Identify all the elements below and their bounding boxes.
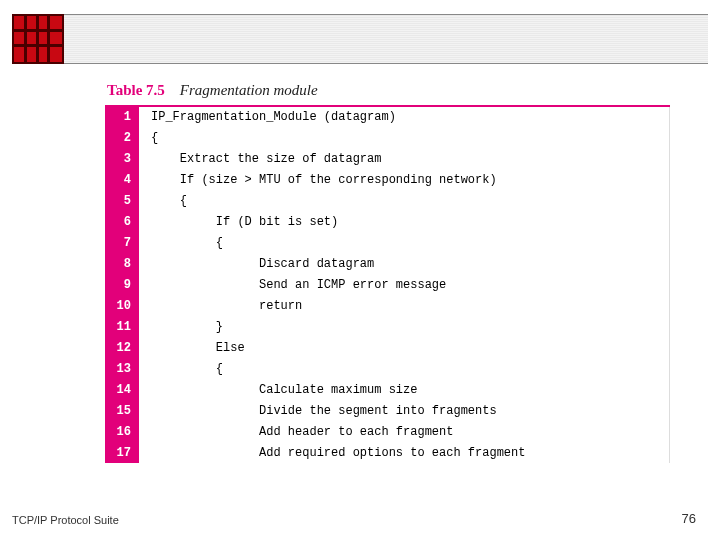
line-number: 16 [105, 421, 139, 442]
table-row: 9 Send an ICMP error message [105, 274, 670, 295]
table-row: 2{ [105, 127, 670, 148]
code-cell: If (D bit is set) [139, 211, 670, 232]
table-row: 3 Extract the size of datagram [105, 148, 670, 169]
code-cell: { [139, 232, 670, 253]
table-row: 16 Add header to each fragment [105, 421, 670, 442]
code-cell: Else [139, 337, 670, 358]
code-cell: } [139, 316, 670, 337]
line-number: 12 [105, 337, 139, 358]
header-hatched-band [12, 14, 708, 64]
table-row: 8 Discard datagram [105, 253, 670, 274]
table-row: 17 Add required options to each fragment [105, 442, 670, 463]
red-grid-logo-icon [12, 14, 64, 64]
line-number: 13 [105, 358, 139, 379]
table-row: 6 If (D bit is set) [105, 211, 670, 232]
table-number: Table 7.5 [107, 82, 165, 98]
page-number: 76 [682, 511, 696, 526]
table-row: 14 Calculate maximum size [105, 379, 670, 400]
footer-text-left: TCP/IP Protocol Suite [12, 514, 119, 526]
line-number: 11 [105, 316, 139, 337]
code-cell: Discard datagram [139, 253, 670, 274]
table-row: 12 Else [105, 337, 670, 358]
line-number: 8 [105, 253, 139, 274]
code-cell: Divide the segment into fragments [139, 400, 670, 421]
code-cell: Add header to each fragment [139, 421, 670, 442]
line-number: 6 [105, 211, 139, 232]
line-number: 4 [105, 169, 139, 190]
code-cell: { [139, 190, 670, 211]
code-cell: Send an ICMP error message [139, 274, 670, 295]
line-number: 9 [105, 274, 139, 295]
code-cell: Add required options to each fragment [139, 442, 670, 463]
line-number: 7 [105, 232, 139, 253]
code-cell: Calculate maximum size [139, 379, 670, 400]
code-cell: IP_Fragmentation_Module (datagram) [139, 106, 670, 127]
table-row: 15 Divide the segment into fragments [105, 400, 670, 421]
line-number: 14 [105, 379, 139, 400]
table-title: Fragmentation module [180, 82, 318, 98]
code-cell: { [139, 358, 670, 379]
table-row: 7 { [105, 232, 670, 253]
table-row: 11 } [105, 316, 670, 337]
table-caption: Table 7.5 Fragmentation module [105, 82, 670, 99]
line-number: 17 [105, 442, 139, 463]
code-cell: If (size > MTU of the corresponding netw… [139, 169, 670, 190]
code-listing-table: 1IP_Fragmentation_Module (datagram) 2{ 3… [105, 105, 670, 463]
table-row: 10 return [105, 295, 670, 316]
line-number: 2 [105, 127, 139, 148]
line-number: 5 [105, 190, 139, 211]
table-row: 13 { [105, 358, 670, 379]
table-row: 4 If (size > MTU of the corresponding ne… [105, 169, 670, 190]
line-number: 10 [105, 295, 139, 316]
line-number: 3 [105, 148, 139, 169]
table-row: 1IP_Fragmentation_Module (datagram) [105, 106, 670, 127]
code-cell: Extract the size of datagram [139, 148, 670, 169]
table-row: 5 { [105, 190, 670, 211]
line-number: 15 [105, 400, 139, 421]
code-cell: return [139, 295, 670, 316]
table-container: Table 7.5 Fragmentation module 1IP_Fragm… [105, 82, 670, 463]
code-cell: { [139, 127, 670, 148]
line-number: 1 [105, 106, 139, 127]
